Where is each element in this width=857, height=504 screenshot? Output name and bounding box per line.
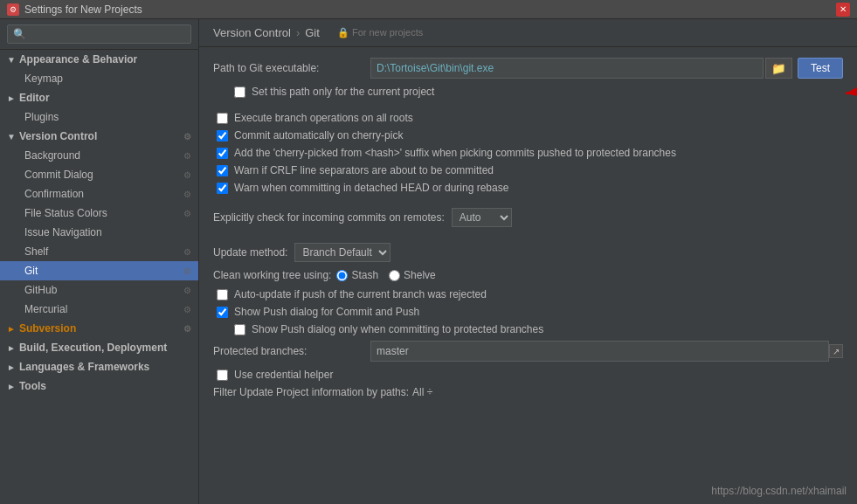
- commit-auto-label[interactable]: Commit automatically on cherry-pick: [234, 129, 403, 142]
- protected-branches-label: Protected branches:: [213, 345, 370, 357]
- detached-head-checkbox[interactable]: [217, 183, 228, 194]
- config-icon: ⚙: [183, 170, 191, 180]
- search-box: [0, 19, 198, 50]
- protected-branches-row: Protected branches: ↗: [213, 341, 843, 362]
- test-button[interactable]: Test: [798, 58, 843, 79]
- config-icon: ⚙: [183, 324, 191, 334]
- sidebar-item-build[interactable]: ► Build, Execution, Deployment: [0, 338, 198, 357]
- sidebar-item-version-control[interactable]: ▼ Version Control ⚙: [0, 127, 198, 146]
- sidebar-label: Appearance & Behavior: [19, 53, 137, 66]
- filter-value: All ÷: [412, 386, 432, 398]
- detached-head-row: Warn when committing in detached HEAD or…: [213, 182, 843, 194]
- sidebar-item-plugins[interactable]: Plugins: [0, 107, 198, 127]
- sidebar-item-subversion[interactable]: ► Subversion ⚙: [0, 319, 198, 338]
- show-push-checkbox[interactable]: [217, 307, 228, 318]
- sidebar-label: Mercurial: [24, 303, 67, 315]
- arrow-icon: ►: [7, 324, 16, 334]
- stash-label[interactable]: Stash: [351, 269, 378, 281]
- sidebar-item-shelf[interactable]: Shelf ⚙: [0, 242, 198, 261]
- sidebar-item-commit-dialog[interactable]: Commit Dialog ⚙: [0, 165, 198, 184]
- cherry-pick-checkbox[interactable]: [217, 148, 228, 159]
- config-icon: ⚙: [183, 132, 191, 142]
- sidebar-item-appearance[interactable]: ▼ Appearance & Behavior: [0, 50, 198, 69]
- sidebar-item-editor[interactable]: ► Editor: [0, 88, 198, 107]
- arrow-icon: ▼: [7, 132, 16, 142]
- execute-branch-label[interactable]: Execute branch operations on all roots: [234, 112, 413, 124]
- incoming-commits-select[interactable]: Auto Always Never: [452, 208, 512, 227]
- sidebar-label: Commit Dialog: [24, 169, 93, 181]
- sidebar-label: Subversion: [19, 322, 76, 335]
- breadcrumb-separator: ›: [296, 26, 300, 39]
- sidebar-item-git[interactable]: Git ⚙: [0, 261, 198, 280]
- path-label: Path to Git executable:: [213, 62, 370, 74]
- title-bar: ⚙ Settings for New Projects ✕: [0, 0, 857, 19]
- expand-button[interactable]: ↗: [829, 344, 843, 358]
- sidebar-label: Plugins: [24, 111, 59, 123]
- arrow-icon: ►: [7, 343, 16, 353]
- shelve-label[interactable]: Shelve: [404, 269, 436, 281]
- stash-radio[interactable]: [336, 270, 348, 281]
- sidebar-label: Build, Execution, Deployment: [19, 342, 167, 354]
- show-push-protected-label[interactable]: Show Push dialog only when committing to…: [252, 323, 543, 335]
- folder-button[interactable]: 📁: [765, 58, 792, 79]
- sidebar-item-issue-navigation[interactable]: Issue Navigation: [0, 223, 198, 242]
- auto-update-row: Auto-update if push of the current branc…: [213, 288, 843, 300]
- cherry-pick-row: Add the 'cherry-picked from <hash>' suff…: [213, 147, 843, 159]
- set-path-row: Set this path only for the current proje…: [213, 86, 843, 98]
- sidebar-item-background[interactable]: Background ⚙: [0, 146, 198, 165]
- title-text: Settings for New Projects: [24, 3, 142, 16]
- config-icon: ⚙: [183, 286, 191, 295]
- stash-option: Stash: [336, 269, 378, 281]
- credential-helper-label[interactable]: Use credential helper: [234, 369, 333, 381]
- show-push-protected-checkbox[interactable]: [234, 324, 245, 335]
- execute-branch-checkbox[interactable]: [217, 113, 228, 124]
- crlf-checkbox[interactable]: [217, 165, 228, 176]
- credential-helper-checkbox[interactable]: [217, 369, 228, 381]
- sidebar-label: Tools: [19, 380, 46, 392]
- sidebar-label: Git: [24, 265, 38, 277]
- app-icon: ⚙: [7, 3, 19, 16]
- sidebar-item-confirmation[interactable]: Confirmation ⚙: [0, 184, 198, 204]
- show-push-row: Show Push dialog for Commit and Push: [213, 306, 843, 318]
- shelve-option: Shelve: [389, 269, 436, 281]
- content-area: Version Control › Git 🔒 For new projects…: [199, 19, 857, 504]
- auto-update-checkbox[interactable]: [217, 289, 228, 300]
- detached-head-label[interactable]: Warn when committing in detached HEAD or…: [234, 182, 508, 194]
- git-path-input[interactable]: [370, 58, 764, 79]
- sidebar-item-languages[interactable]: ► Languages & Frameworks: [0, 357, 198, 376]
- update-method-select[interactable]: Branch Default Merge Rebase: [294, 243, 390, 262]
- sidebar-label: Version Control: [19, 130, 97, 142]
- sidebar-label: Keymap: [24, 72, 63, 85]
- set-path-checkbox[interactable]: [234, 86, 245, 98]
- sidebar-item-keymap[interactable]: Keymap: [0, 69, 198, 88]
- filter-label: Filter Update Project information by pat…: [213, 386, 409, 398]
- cherry-pick-label[interactable]: Add the 'cherry-picked from <hash>' suff…: [234, 147, 676, 159]
- sidebar-item-mercurial[interactable]: Mercurial ⚙: [0, 300, 198, 319]
- commit-auto-checkbox[interactable]: [217, 130, 228, 142]
- set-path-label[interactable]: Set this path only for the current proje…: [252, 86, 434, 98]
- show-push-label[interactable]: Show Push dialog for Commit and Push: [234, 306, 419, 318]
- sidebar: ▼ Appearance & Behavior Keymap ► Editor …: [0, 19, 199, 504]
- sidebar-item-tools[interactable]: ► Tools: [0, 376, 198, 396]
- search-input[interactable]: [7, 24, 191, 44]
- incoming-commits-row: Explicitly check for incoming commits on…: [213, 208, 843, 227]
- crlf-label[interactable]: Warn if CRLF line separators are about t…: [234, 164, 494, 176]
- auto-update-label[interactable]: Auto-update if push of the current branc…: [234, 288, 487, 300]
- arrow-icon: ▼: [7, 55, 16, 65]
- git-path-row: Path to Git executable: 📁 Test: [213, 58, 843, 79]
- sidebar-item-file-status-colors[interactable]: File Status Colors ⚙: [0, 204, 198, 223]
- sidebar-label: Issue Navigation: [24, 226, 102, 238]
- protected-branches-input[interactable]: [370, 341, 829, 362]
- clean-working-tree-row: Clean working tree using: Stash Shelve: [213, 269, 843, 281]
- config-icon: ⚙: [183, 209, 191, 218]
- config-icon: ⚙: [183, 247, 191, 257]
- show-push-protected-row: Show Push dialog only when committing to…: [213, 323, 843, 335]
- close-button[interactable]: ✕: [836, 3, 850, 17]
- sidebar-item-github[interactable]: GitHub ⚙: [0, 280, 198, 300]
- execute-branch-row: Execute branch operations on all roots: [213, 112, 843, 124]
- sidebar-label: Languages & Frameworks: [19, 361, 149, 373]
- breadcrumb: Version Control › Git: [213, 26, 320, 39]
- arrow-icon: ►: [7, 382, 16, 391]
- shelve-radio[interactable]: [389, 270, 400, 281]
- config-icon: ⚙: [183, 190, 191, 199]
